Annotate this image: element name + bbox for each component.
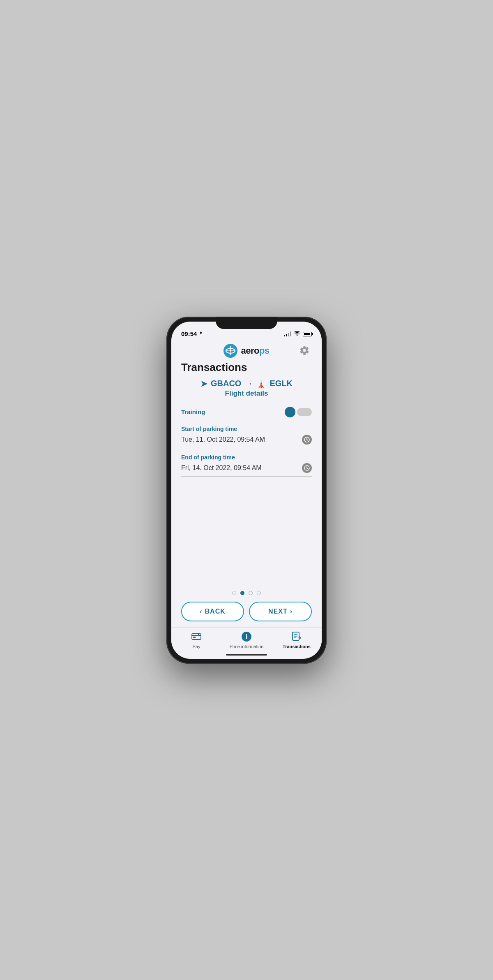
from-airport: GBACO <box>211 379 241 388</box>
pagination-dot-1 <box>232 591 236 595</box>
svg-rect-11 <box>192 634 201 639</box>
logo-text: aerops <box>241 345 269 356</box>
app-content: aerops Transactions ➤ GBACO → 🗼 <box>171 340 322 627</box>
next-chevron-icon: › <box>290 608 293 615</box>
from-icon: ➤ <box>200 379 207 389</box>
page-title: Transactions <box>181 361 312 374</box>
end-parking-label: End of parking time <box>181 454 312 461</box>
price-info-icon: i <box>241 631 252 642</box>
status-time: 09:54 <box>181 330 203 337</box>
svg-line-10 <box>307 468 308 469</box>
pay-icon <box>191 631 202 642</box>
svg-point-0 <box>200 333 202 334</box>
header-row: aerops <box>181 340 312 361</box>
home-indicator <box>171 651 322 659</box>
end-parking-value: Fri, 14. Oct 2022, 09:54 AM <box>181 464 262 472</box>
phone-frame: 09:54 <box>166 317 327 664</box>
pagination-dot-2 <box>240 591 244 595</box>
svg-line-7 <box>307 440 308 440</box>
back-button[interactable]: ‹ BACK <box>181 602 244 621</box>
logo-area: aerops <box>223 344 269 358</box>
flight-details-label: Flight details <box>181 389 312 398</box>
training-toggle[interactable] <box>285 407 312 417</box>
toggle-dot <box>285 407 295 417</box>
end-clock-icon <box>302 463 312 473</box>
settings-button[interactable] <box>297 343 312 358</box>
end-parking-row[interactable]: Fri, 14. Oct 2022, 09:54 AM <box>181 463 312 477</box>
to-airport: EGLK <box>270 379 293 388</box>
svg-text:i: i <box>246 633 247 640</box>
tab-price-information[interactable]: i Price information <box>221 631 272 649</box>
home-bar <box>226 654 267 656</box>
transactions-icon <box>291 631 302 642</box>
start-parking-label: Start of parking time <box>181 426 312 432</box>
status-icons <box>284 331 312 337</box>
wifi-icon <box>294 331 300 337</box>
nav-buttons: ‹ BACK NEXT › <box>181 602 312 621</box>
transactions-tab-label: Transactions <box>283 644 311 649</box>
pagination-dot-3 <box>249 591 253 595</box>
tab-transactions[interactable]: Transactions <box>272 631 322 649</box>
start-clock-icon <box>302 435 312 445</box>
next-button[interactable]: NEXT › <box>249 602 312 621</box>
battery-icon <box>303 332 312 336</box>
to-icon: 🗼 <box>256 379 266 389</box>
training-label: Training <box>181 408 205 415</box>
pagination-dot-4 <box>257 591 261 595</box>
price-info-tab-label: Price information <box>230 644 264 649</box>
svg-rect-13 <box>193 637 196 638</box>
notch <box>216 317 277 329</box>
start-parking-row[interactable]: Tue, 11. Oct 2022, 09:54 AM <box>181 435 312 448</box>
tab-pay[interactable]: Pay <box>171 631 221 649</box>
logo-icon <box>223 344 237 358</box>
toggle-track <box>297 408 312 416</box>
bottom-tabs: Pay i Price information <box>171 627 322 651</box>
arrow-icon: → <box>244 379 253 388</box>
start-parking-value: Tue, 11. Oct 2022, 09:54 AM <box>181 436 265 443</box>
pagination-dots <box>181 591 312 595</box>
pay-tab-label: Pay <box>193 644 200 649</box>
route-line: ➤ GBACO → 🗼 EGLK <box>181 379 312 389</box>
phone-screen: 09:54 <box>171 322 322 659</box>
signal-icon <box>284 331 291 336</box>
back-chevron-icon: ‹ <box>200 608 202 615</box>
route-header: ➤ GBACO → 🗼 EGLK Flight details <box>181 379 312 405</box>
training-row: Training <box>181 407 312 417</box>
